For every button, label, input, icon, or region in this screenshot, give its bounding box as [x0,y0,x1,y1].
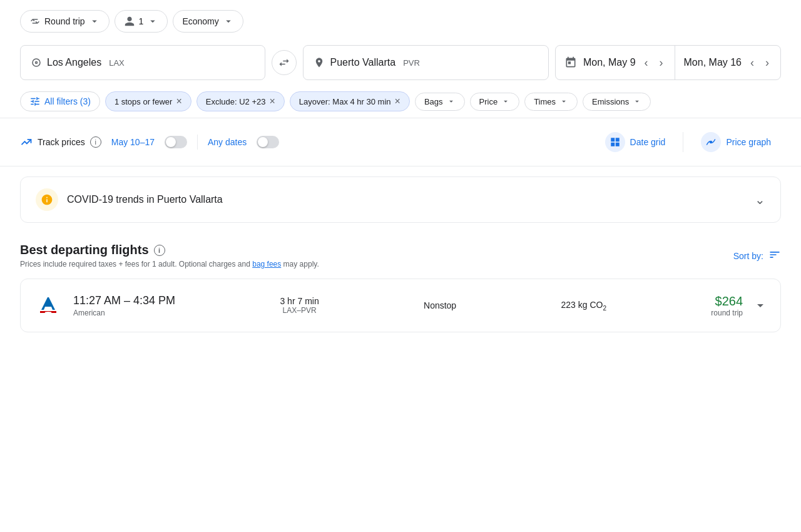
calendar-icon [564,56,577,69]
flight-dur-text: 3 hr 7 min [280,296,319,306]
flight-co2: 223 kg CO2 [561,300,607,312]
track-prices-label: Track prices [38,137,85,147]
emissions-filter-label: Emissions [592,97,629,106]
stops-filter-label: 1 stops or fewer [115,97,173,106]
origin-text: Los Angeles [47,57,101,68]
track-dates-text: May 10–17 [111,137,155,147]
times-filter-button[interactable]: Times [524,93,578,111]
depart-date-field[interactable]: Mon, May 9 ‹ › [556,46,675,79]
trending-up-icon [20,136,33,148]
filter-row: All filters (3) 1 stops or fewer × Exclu… [0,85,801,118]
return-date-field[interactable]: Mon, May 16 ‹ › [675,46,780,79]
origin-icon [31,57,42,68]
exclude-filter-label: Exclude: U2 +23 [206,97,266,106]
return-next-button[interactable]: › [763,54,772,72]
times-filter-label: Times [534,97,556,106]
price-filter-button[interactable]: Price [470,93,520,111]
flight-price: $264 round trip [711,294,743,317]
chevron-down-icon [559,97,568,106]
chevron-down-icon [89,16,100,27]
passengers-label: 1 [139,16,144,26]
svg-point-2 [710,141,712,143]
date-grid-button[interactable]: Date grid [595,127,676,157]
price-filter-label: Price [479,97,498,106]
any-dates-toggle[interactable] [257,136,279,148]
bags-filter-button[interactable]: Bags [415,93,465,111]
expand-flight-icon[interactable] [753,298,768,313]
track-dates-toggle[interactable] [165,136,187,148]
covid-expand-icon[interactable]: ⌄ [755,192,765,207]
flight-price-sub: round trip [711,309,743,317]
all-filters-label: All filters (3) [44,96,91,106]
best-flights-title-text: Best departing flights [20,243,149,257]
covid-banner[interactable]: COVID-19 trends in Puerto Vallarta ⌄ [20,176,781,223]
stops-filter-close[interactable]: × [176,96,181,107]
destination-icon [314,57,325,68]
chevron-down-icon [147,16,158,27]
view-divider [683,132,683,152]
subtitle-text: Prices include required taxes + fees for… [20,260,252,269]
flight-stops: Nonstop [424,300,456,310]
destination-field[interactable]: Puerto Vallarta PVR [303,45,548,80]
search-row: Los Angeles LAX Puerto Vallarta PVR Mon,… [0,40,801,85]
flight-duration: 3 hr 7 min LAX–PVR [280,296,319,315]
track-left: Track prices i May 10–17 Any dates [20,135,580,150]
track-row: Track prices i May 10–17 Any dates Date … [0,118,801,166]
track-dates: May 10–17 [111,137,155,147]
covid-icon [36,188,58,211]
depart-next-button[interactable]: › [657,54,666,72]
subtitle-end: may apply. [281,260,319,269]
cabin-class-button[interactable]: Economy [173,10,243,33]
track-info-icon[interactable]: i [90,136,101,148]
cabin-class-label: Economy [182,16,218,26]
all-filters-button[interactable]: All filters (3) [20,91,100,111]
chevron-down-icon [501,97,510,106]
any-dates-section: Any dates [208,137,247,147]
bag-fees-link[interactable]: bag fees [252,260,281,269]
swap-button[interactable] [272,50,297,75]
price-graph-icon [705,136,717,148]
best-flights-title: Best departing flights i [20,243,319,257]
date-grid-label: Date grid [630,137,666,147]
round-trip-button[interactable]: Round trip [20,10,110,33]
sort-button[interactable] [768,248,781,263]
best-header-left: Best departing flights i Prices include … [20,243,319,269]
date-fields: Mon, May 9 ‹ › Mon, May 16 ‹ › [555,45,781,80]
chevron-down-icon [447,97,456,106]
sort-by-label: Sort by: [733,251,763,261]
exclude-filter-chip[interactable]: Exclude: U2 +23 × [196,91,285,111]
date-grid-icon-bg [605,132,625,152]
airline-logo [33,290,63,320]
chevron-down-icon [633,97,641,106]
flight-carrier: American [73,309,175,317]
covid-title: COVID-19 trends in Puerto Vallarta [67,194,223,205]
stops-filter-chip[interactable]: 1 stops or fewer × [105,91,191,111]
flight-card[interactable]: 11:27 AM – 4:34 PM American 3 hr 7 min L… [20,279,781,332]
track-prices-section: Track prices i [20,136,101,148]
bags-filter-label: Bags [424,97,443,106]
return-prev-button[interactable]: ‹ [748,54,757,72]
price-graph-button[interactable]: Price graph [691,127,781,157]
depart-date-text: Mon, May 9 [583,57,636,68]
emissions-filter-button[interactable]: Emissions [583,93,651,111]
round-trip-icon [29,16,41,27]
layover-filter-chip[interactable]: Layover: Max 4 hr 30 min × [290,91,410,111]
depart-prev-button[interactable]: ‹ [642,54,651,72]
person-icon [124,16,135,27]
flight-price-amount: $264 [711,294,743,309]
swap-icon [278,56,290,69]
best-flights-info-icon[interactable]: i [154,245,165,256]
american-airlines-logo [35,292,61,319]
return-date-text: Mon, May 16 [684,57,742,68]
destination-text: Puerto Vallarta [330,57,395,68]
svg-point-1 [36,62,38,64]
track-divider [197,135,198,150]
layover-filter-close[interactable]: × [395,96,400,107]
covid-left: COVID-19 trends in Puerto Vallarta [36,188,223,211]
flight-time: 11:27 AM – 4:34 PM [73,294,175,307]
origin-field[interactable]: Los Angeles LAX [20,45,265,80]
destination-code: PVR [403,58,420,68]
exclude-filter-close[interactable]: × [270,96,275,107]
date-grid-icon [610,136,621,148]
passengers-button[interactable]: 1 [115,10,168,33]
